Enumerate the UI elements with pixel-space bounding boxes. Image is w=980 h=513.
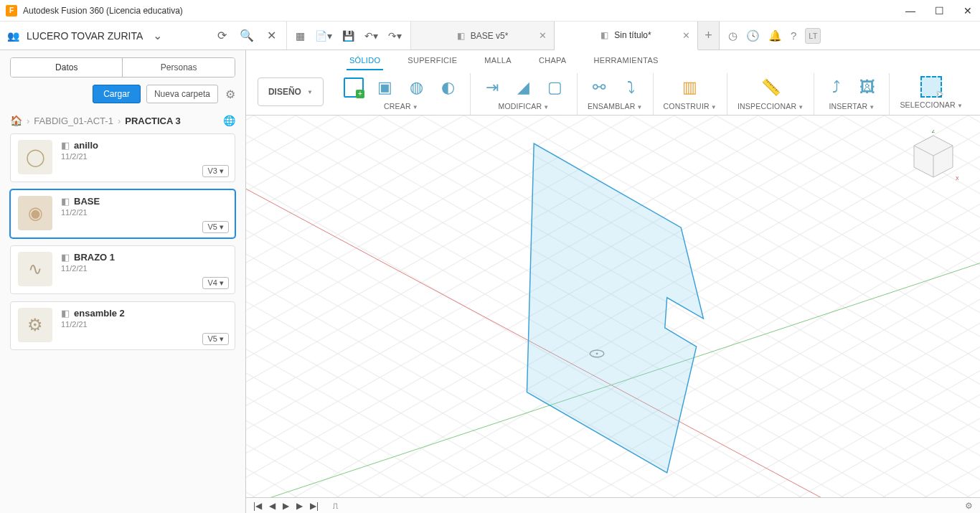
team-dropdown-icon[interactable]: ⌄ — [150, 29, 165, 42]
workspace-label: DISEÑO — [268, 87, 301, 97]
ribbon-group-label[interactable]: CREAR▼ — [384, 102, 418, 110]
breadcrumb-link[interactable]: FABDIG_01-ACT-1 — [34, 116, 113, 126]
search-icon[interactable]: 🔍 — [237, 29, 257, 42]
ribbon-group-label[interactable]: SELECCIONAR▼ — [900, 100, 963, 109]
people-toggle[interactable]: Personas — [123, 58, 234, 77]
file-thumbnail: ◯ — [18, 140, 52, 174]
timeline-start-icon[interactable]: |◀ — [253, 501, 262, 511]
tab-close-icon[interactable]: ✕ — [682, 30, 690, 41]
help-icon[interactable]: ? — [791, 29, 796, 42]
undo-icon[interactable]: ↶▾ — [364, 30, 378, 42]
plane-icon[interactable]: ▥ — [679, 76, 702, 99]
new-folder-button[interactable]: Nueva carpeta — [146, 85, 218, 103]
ribbon-group-label[interactable]: INSPECCIONAR▼ — [738, 102, 804, 110]
window-minimize-button[interactable]: — — [904, 5, 917, 17]
timeline-next-icon[interactable]: ▶ — [296, 501, 303, 511]
file-card-brazo[interactable]: ∿ ◧BRAZO 1 11/2/21 V4 ▾ — [10, 245, 235, 294]
tab-close-icon[interactable]: ✕ — [539, 30, 547, 41]
ribbon-tab-surface[interactable]: SUPERFICIE — [405, 53, 460, 70]
ribbon-tab-mesh[interactable]: MALLA — [481, 53, 514, 70]
notifications-icon[interactable]: 🔔 — [768, 29, 782, 42]
panel-toggle: Datos Personas — [10, 57, 235, 77]
close-panel-icon[interactable]: ✕ — [264, 29, 279, 42]
window-maximize-button[interactable]: ☐ — [933, 5, 946, 17]
workspace-selector[interactable]: DISEÑO ▼ — [258, 77, 324, 106]
file-date: 11/2/21 — [61, 152, 227, 161]
file-name: BASE — [74, 196, 100, 207]
svg-text:X: X — [956, 176, 958, 181]
document-tab-untitled[interactable]: ◧ Sin título* ✕ — [555, 22, 698, 50]
grid-icon[interactable]: ▦ — [296, 30, 305, 42]
ribbon-tabs: SÓLIDO SUPERFICIE MALLA CHAPA HERRAMIENT… — [246, 50, 980, 70]
cylinder-icon[interactable]: ◍ — [405, 76, 428, 99]
sphere-icon[interactable]: ◐ — [437, 76, 460, 99]
file-name: anillo — [74, 140, 98, 151]
file-date: 11/2/21 — [61, 264, 227, 273]
data-panel: Datos Personas Cargar Nueva carpeta ⚙ 🏠 … — [0, 50, 246, 513]
app-title: Autodesk Fusion 360 (Licencia educativa) — [23, 6, 183, 16]
viewport-canvas[interactable] — [246, 116, 980, 497]
team-name[interactable]: LUCERO TOVAR ZURITA — [27, 30, 143, 42]
fillet-icon[interactable]: ◢ — [512, 76, 535, 99]
shell-icon[interactable]: ▢ — [544, 76, 567, 99]
job-status-icon[interactable]: 🕓 — [746, 29, 760, 42]
press-pull-icon[interactable]: ⇥ — [481, 76, 504, 99]
window-close-button[interactable]: ✕ — [961, 5, 974, 17]
ribbon-tab-solid[interactable]: SÓLIDO — [347, 53, 383, 70]
panel-settings-icon[interactable]: ⚙ — [225, 88, 235, 101]
breadcrumb-current: PRACTICA 3 — [125, 116, 181, 126]
viewcube[interactable]: Z X — [908, 130, 958, 187]
file-card-ensamble[interactable]: ⚙ ◧ensamble 2 11/2/21 V5 ▾ — [10, 301, 235, 350]
insert-image-icon[interactable]: 🖼 — [856, 76, 879, 99]
ribbon-body: DISEÑO ▼ ▣ ◍ ◐ CREAR▼ ⇥ ◢ ▢ MODIFICAR▼ — [246, 70, 980, 116]
ribbon-tab-tools[interactable]: HERRAMIENTAS — [591, 53, 661, 70]
file-name: BRAZO 1 — [74, 252, 115, 263]
ribbon-group-label[interactable]: MODIFICAR▼ — [498, 102, 549, 110]
version-dropdown[interactable]: V3 ▾ — [202, 165, 229, 177]
ribbon-group-label[interactable]: INSERTAR▼ — [829, 102, 875, 110]
save-icon[interactable]: 💾 — [342, 30, 354, 42]
file-date: 11/2/21 — [61, 208, 227, 217]
viewport[interactable]: Z X — [246, 116, 980, 497]
upload-button[interactable]: Cargar — [93, 85, 141, 103]
version-dropdown[interactable]: V4 ▾ — [202, 277, 229, 289]
breadcrumb: 🏠 › FABDIG_01-ACT-1 › PRACTICA 3 🌐 — [10, 110, 235, 133]
file-menu-icon[interactable]: 📄▾ — [315, 30, 332, 42]
home-icon[interactable]: 🏠 — [10, 115, 22, 126]
ribbon-group-label[interactable]: CONSTRUIR▼ — [664, 102, 717, 110]
file-thumbnail: ⚙ — [18, 308, 52, 342]
cube-icon: ◧ — [457, 31, 465, 41]
cube-icon: ◧ — [61, 196, 70, 207]
extensions-icon[interactable]: ◷ — [728, 29, 738, 42]
new-tab-button[interactable]: + — [698, 22, 720, 50]
share-icon[interactable]: 🌐 — [223, 115, 235, 126]
data-toggle[interactable]: Datos — [11, 58, 123, 77]
timeline-prev-icon[interactable]: ◀ — [269, 501, 275, 511]
create-sketch-icon[interactable] — [344, 77, 364, 98]
ribbon-tab-sheet[interactable]: CHAPA — [536, 53, 570, 70]
cube-icon: ◧ — [61, 308, 70, 319]
file-card-base[interactable]: ◉ ◧BASE 11/2/21 V5 ▾ — [10, 189, 235, 238]
version-dropdown[interactable]: V5 ▾ — [202, 333, 229, 345]
timeline-settings-icon[interactable]: ⚙ — [965, 501, 973, 511]
timeline-marker-icon[interactable]: ⎍ — [333, 501, 338, 511]
ribbon-group-label[interactable]: ENSAMBLAR▼ — [588, 102, 643, 110]
redo-icon[interactable]: ↷▾ — [388, 30, 402, 42]
cube-icon: ◧ — [61, 252, 70, 263]
timeline-end-icon[interactable]: ▶| — [310, 501, 319, 511]
insert-derive-icon[interactable]: ⤴ — [824, 76, 847, 99]
timeline-play-icon[interactable]: ▶ — [283, 501, 289, 511]
box-icon[interactable]: ▣ — [374, 76, 397, 99]
refresh-icon[interactable]: ⟳ — [215, 29, 230, 42]
version-dropdown[interactable]: V5 ▾ — [202, 221, 229, 233]
select-icon[interactable] — [920, 76, 942, 98]
as-built-joint-icon[interactable]: ⤵ — [619, 76, 642, 99]
ribbon-group-insert: ⤴ 🖼 INSERTAR▼ — [814, 73, 890, 115]
measure-icon[interactable]: 📏 — [759, 76, 782, 99]
user-avatar[interactable]: LT — [805, 28, 821, 44]
joint-icon[interactable]: ⚯ — [588, 76, 611, 99]
file-card-anillo[interactable]: ◯ ◧anillo 11/2/21 V3 ▾ — [10, 133, 235, 182]
app-icon: F — [6, 5, 17, 17]
document-tab-base[interactable]: ◧ BASE v5* ✕ — [411, 22, 555, 50]
ribbon-group-assemble: ⚯ ⤵ ENSAMBLAR▼ — [578, 73, 654, 115]
